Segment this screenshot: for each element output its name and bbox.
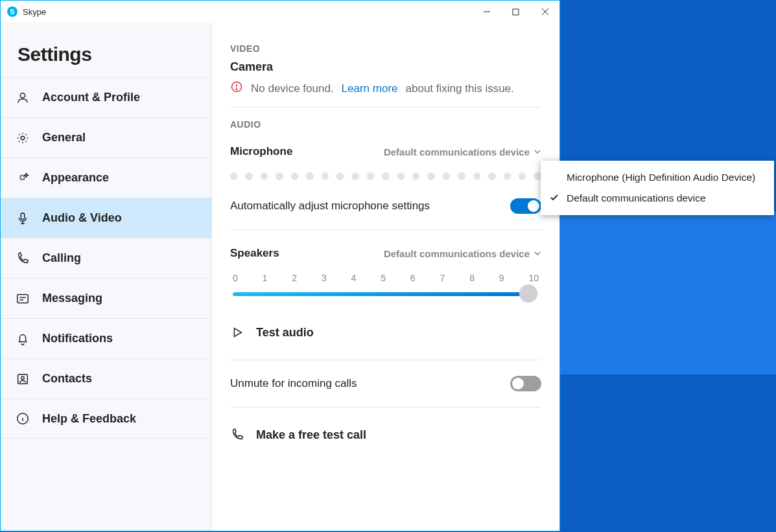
tick-label: 7	[440, 273, 445, 283]
sidebar-item-general[interactable]: General	[1, 117, 211, 157]
settings-sidebar: Settings Account & Profile General Appea…	[1, 23, 212, 531]
tick-label: 3	[322, 273, 327, 283]
check-icon	[550, 193, 559, 205]
minimize-button[interactable]	[472, 1, 501, 23]
make-test-call-button[interactable]: Make a free test call	[230, 415, 541, 454]
camera-status-row: No device found. Learn more about fixing…	[230, 80, 541, 97]
maximize-icon	[512, 8, 519, 16]
close-button[interactable]	[530, 1, 559, 23]
slider-tick-labels: 0 1 2 3 4 5 6 7 8 9 10	[230, 273, 541, 283]
camera-heading: Camera	[230, 60, 541, 74]
tick-label: 1	[263, 273, 268, 283]
microphone-device-dropdown: Microphone (High Definition Audio Device…	[541, 161, 774, 215]
tick-label: 2	[292, 273, 297, 283]
tick-label: 10	[528, 273, 539, 283]
warning-icon	[230, 80, 243, 97]
message-icon	[15, 291, 30, 306]
microphone-label: Microphone	[230, 145, 292, 158]
sidebar-item-appearance[interactable]: Appearance	[1, 157, 211, 198]
slider-track[interactable]	[230, 287, 541, 300]
skype-logo-icon: S	[7, 6, 18, 17]
dropdown-item[interactable]: Default communications device	[541, 188, 774, 209]
unmute-incoming-row: Unmute for incoming calls	[230, 368, 541, 399]
minimize-icon	[483, 8, 491, 16]
dropdown-item-label: Microphone (High Definition Audio Device…	[567, 172, 755, 183]
play-icon	[230, 325, 244, 340]
svg-point-5	[21, 136, 25, 140]
unmute-toggle[interactable]	[510, 376, 541, 391]
test-call-label: Make a free test call	[256, 428, 366, 442]
speakers-label: Speakers	[230, 247, 279, 260]
sidebar-item-audio-video[interactable]: Audio & Video	[1, 198, 211, 238]
tick-label: 6	[410, 273, 416, 283]
sparkle-icon	[15, 170, 30, 186]
auto-adjust-label: Automatically adjust microphone settings	[230, 200, 430, 213]
microphone-icon	[15, 211, 30, 226]
svg-point-4	[20, 93, 25, 97]
tick-label: 0	[233, 273, 238, 283]
skype-window: S Skype Settings Account & Profile	[0, 0, 560, 531]
sidebar-item-label: Help & Feedback	[42, 412, 136, 426]
microphone-device-selector[interactable]: Default communications device	[384, 146, 541, 157]
info-icon	[15, 411, 30, 426]
test-audio-button[interactable]: Test audio	[230, 313, 541, 352]
unmute-label: Unmute for incoming calls	[230, 377, 357, 390]
titlebar: S Skype	[1, 1, 559, 23]
test-audio-label: Test audio	[256, 326, 314, 340]
sidebar-item-label: Contacts	[42, 372, 92, 386]
svg-rect-7	[18, 294, 29, 303]
no-device-suffix: about fixing this issue.	[406, 82, 514, 95]
speakers-device-selector[interactable]: Default communications device	[384, 248, 541, 259]
sidebar-item-contacts[interactable]: Contacts	[1, 358, 211, 399]
maximize-button[interactable]	[501, 1, 530, 23]
divider	[230, 360, 541, 360]
speakers-volume-slider[interactable]: 0 1 2 3 4 5 6 7 8 9 10	[230, 273, 541, 300]
phone-icon	[15, 251, 30, 266]
settings-content-audio-video: VIDEO Camera No device found. Learn more…	[212, 23, 559, 531]
speakers-row: Speakers Default communications device	[230, 238, 541, 269]
divider	[230, 229, 541, 230]
no-device-text: No device found.	[251, 82, 334, 95]
dropdown-item-label: Default communications device	[567, 192, 706, 204]
microphone-selector-value: Default communications device	[384, 146, 530, 157]
sidebar-item-label: Audio & Video	[42, 211, 122, 225]
sidebar-item-calling[interactable]: Calling	[1, 238, 211, 278]
video-section-label: VIDEO	[230, 43, 541, 54]
slider-thumb[interactable]	[519, 284, 537, 303]
learn-more-link[interactable]: Learn more	[342, 82, 398, 95]
sidebar-item-notifications[interactable]: Notifications	[1, 318, 211, 358]
dropdown-item[interactable]: Microphone (High Definition Audio Device…	[541, 167, 774, 188]
audio-section-label: AUDIO	[230, 119, 541, 130]
tick-label: 5	[381, 273, 386, 283]
sidebar-item-label: Appearance	[42, 171, 109, 185]
svg-point-11	[21, 376, 25, 379]
sidebar-item-label: Account & Profile	[42, 91, 140, 104]
svg-rect-1	[513, 9, 519, 15]
chevron-down-icon	[534, 148, 541, 156]
desktop-band	[559, 211, 776, 375]
gear-icon	[15, 130, 30, 146]
sidebar-item-label: General	[42, 131, 86, 145]
sidebar-item-messaging[interactable]: Messaging	[1, 278, 211, 318]
sidebar-item-account-profile[interactable]: Account & Profile	[1, 77, 211, 117]
contacts-icon	[15, 371, 30, 387]
close-icon	[541, 8, 549, 16]
divider	[230, 107, 541, 108]
divider	[230, 407, 541, 408]
window-title: Skype	[23, 7, 46, 17]
sidebar-item-help-feedback[interactable]: Help & Feedback	[1, 399, 211, 439]
titlebar-left: S Skype	[7, 6, 46, 17]
chevron-down-icon	[534, 249, 541, 257]
microphone-level-meter	[230, 172, 541, 180]
phone-icon	[230, 428, 244, 442]
sidebar-item-label: Notifications	[42, 332, 113, 345]
auto-adjust-mic-row: Automatically adjust microphone settings	[230, 191, 541, 222]
svg-rect-6	[21, 213, 25, 219]
window-controls	[472, 1, 559, 23]
sidebar-heading: Settings	[18, 43, 211, 65]
svg-point-17	[236, 89, 237, 89]
tick-label: 9	[499, 273, 504, 283]
sidebar-item-label: Calling	[42, 251, 81, 265]
speakers-selector-value: Default communications device	[384, 248, 530, 259]
auto-adjust-toggle[interactable]	[510, 198, 541, 214]
